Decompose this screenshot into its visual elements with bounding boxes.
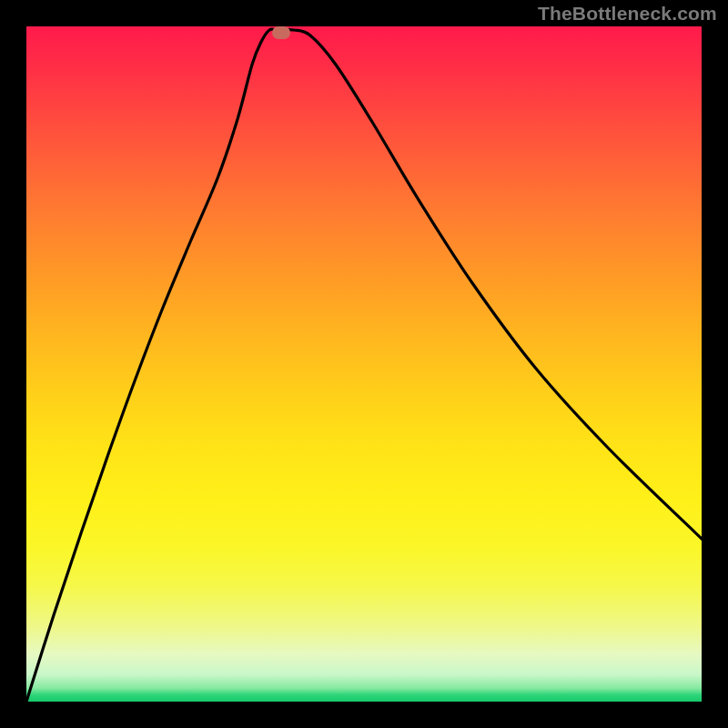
bottleneck-curve bbox=[26, 26, 702, 702]
plot-area bbox=[26, 26, 702, 702]
outer-frame: TheBottleneck.com bbox=[0, 0, 728, 728]
watermark-text: TheBottleneck.com bbox=[538, 3, 717, 25]
optimum-marker bbox=[272, 26, 290, 39]
